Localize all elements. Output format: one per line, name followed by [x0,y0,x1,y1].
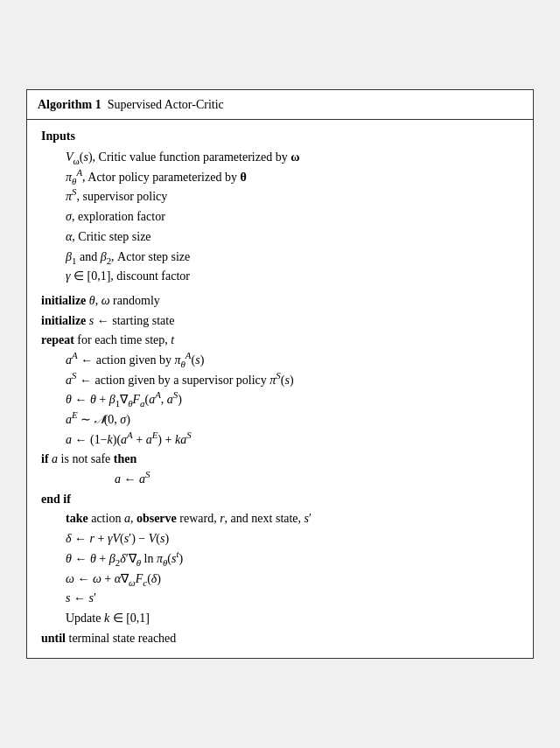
algo-line: if a is not safe then [41,450,519,469]
algo-line: take action a, observe reward, r, and ne… [41,509,519,528]
algo-line: Update k ∈ [0,1] [41,609,519,628]
inputs-list: Vω(s), Critic value function parameteriz… [41,148,519,286]
algo-line: δ ← r + γV(s′) − V(s) [41,529,519,549]
input-item: πθA, Actor policy parameterized by θ [66,168,519,187]
algo-line: aS ← action given by a supervisor policy… [41,371,519,390]
algo-lines: initialize θ, ω randomly initialize s ← … [41,291,519,647]
input-item: σ, exploration factor [66,207,519,227]
algo-line: a ← (1−k)(aA + aE) + kaS [41,430,519,450]
algo-line: θ ← θ + β1∇θFa(aA, aS) [41,390,519,409]
algorithm-box: Algorithm 1 Supervised Actor-Critic Inpu… [26,89,534,660]
algo-line: initialize s ← starting state [41,311,519,331]
input-item: β1 and β2, Actor step size [66,248,519,267]
algo-line: initialize θ, ω randomly [41,291,519,311]
algo-line: a ← aS [41,470,519,489]
algorithm-body: Inputs Vω(s), Critic value function para… [27,120,533,658]
inputs-label: Inputs [41,127,519,146]
input-item: α, Critic step size [66,227,519,247]
algo-line: s ← s′ [41,589,519,608]
algo-line: aA ← action given by πθA(s) [41,351,519,370]
input-item: πS, supervisor policy [66,187,519,206]
algorithm-title: Algorithm 1 Supervised Actor-Critic [27,90,533,121]
input-item: Vω(s), Critic value function parameteriz… [66,148,519,167]
algo-line: repeat for each time step, t [41,331,519,350]
algo-line: aE ∼ 𝒩(0, σ) [41,410,519,430]
algo-line: end if [41,490,519,509]
input-item: γ ∈ [0,1], discount factor [66,267,519,286]
inputs-section: Inputs Vω(s), Critic value function para… [41,127,519,286]
algo-line: ω ← ω + α∇ωFc(δ) [41,570,519,589]
algo-line: until terminal state reached [41,629,519,648]
algorithm-label: Algorithm 1 [38,98,102,111]
algo-line: θ ← θ + β2δ′∇θ ln πθ(st) [41,549,519,569]
